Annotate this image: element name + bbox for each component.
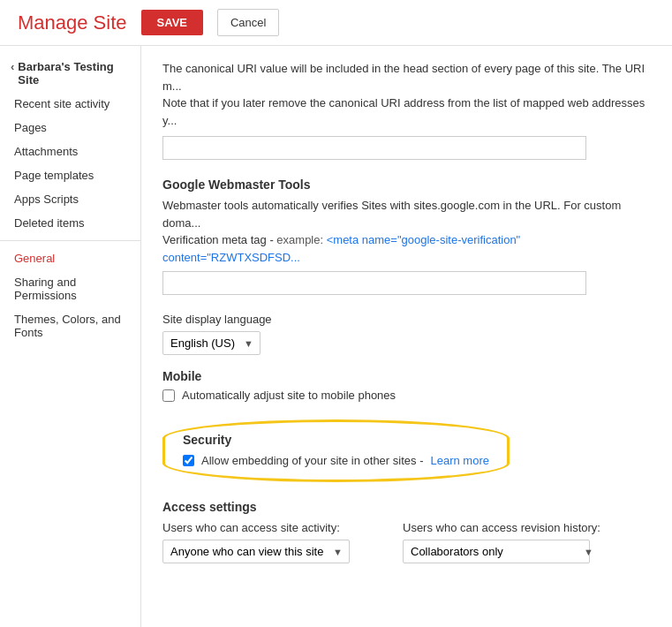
sidebar-item-page-templates[interactable]: Page templates [0,163,140,187]
security-highlight-oval: Security Allow embedding of your site in… [162,419,510,482]
layout: ‹ Barbara's Testing Site Recent site act… [0,46,672,627]
sidebar-back-link[interactable]: ‹ Barbara's Testing Site [0,55,140,92]
canonical-uri-description: The canonical URI value will be included… [162,60,651,129]
security-section: Security Allow embedding of your site in… [162,419,651,482]
verification-meta-input[interactable] [162,271,586,295]
access-row: Users who can access site activity: Anyo… [162,521,651,563]
access-col1-select-wrapper: Anyone who can view this site Collaborat… [162,540,350,563]
webmaster-example-text: example: [276,233,326,246]
webmaster-code-snippet: <meta name="google-site-verification" co… [162,233,520,264]
main-content: The canonical URI value will be included… [141,46,672,627]
header: Manage Site SAVE Cancel [0,0,672,46]
embedding-checkbox-label: Allow embedding of your site in other si… [201,454,423,467]
sidebar-item-recent-activity[interactable]: Recent site activity [0,92,140,116]
cancel-button[interactable]: Cancel [217,9,279,36]
access-col2-label: Users who can access revision history: [403,521,600,534]
embedding-checkbox[interactable] [183,455,194,466]
mobile-checkbox[interactable] [162,389,175,402]
access-col-1: Users who can access site activity: Anyo… [162,521,350,563]
canonical-uri-section: The canonical URI value will be included… [162,60,651,160]
webmaster-tools-description: Webmaster tools automatically verifies S… [162,197,651,266]
sidebar-item-pages[interactable]: Pages [0,116,140,140]
sidebar-item-sharing[interactable]: Sharing and Permissions [0,270,140,307]
sidebar-site-name: Barbara's Testing Site [18,60,130,87]
language-label: Site display language [162,313,651,326]
access-settings-section: Access settings Users who can access sit… [162,500,651,563]
access-col-2: Users who can access revision history: C… [403,521,600,563]
sidebar-item-attachments[interactable]: Attachments [0,140,140,163]
canonical-uri-input[interactable] [162,136,586,160]
security-title: Security [183,433,489,447]
language-select-wrapper: English (US) English (UK) French German … [162,331,260,355]
sidebar-divider [0,240,140,241]
webmaster-tools-title: Google Webmaster Tools [162,178,651,192]
access-col1-label: Users who can access site activity: [162,521,350,534]
sidebar-item-general[interactable]: General [0,246,140,270]
mobile-section: Mobile Automatically adjust site to mobi… [162,369,651,402]
sidebar: ‹ Barbara's Testing Site Recent site act… [0,46,141,627]
mobile-checkbox-text: Automatically adjust site to mobile phon… [182,389,396,402]
access-col1-select[interactable]: Anyone who can view this site Collaborat… [162,540,350,563]
language-select[interactable]: English (US) English (UK) French German … [162,331,260,355]
security-row: Allow embedding of your site in other si… [183,454,489,467]
chevron-left-icon: ‹ [11,60,14,73]
access-col2-select[interactable]: Collaborators only Anyone who can view t… [403,540,590,563]
access-col2-select-wrapper: Collaborators only Anyone who can view t… [403,540,600,563]
access-settings-title: Access settings [162,500,651,514]
mobile-checkbox-label[interactable]: Automatically adjust site to mobile phon… [162,389,651,402]
mobile-title: Mobile [162,369,651,383]
sidebar-item-apps-scripts[interactable]: Apps Scripts [0,187,140,211]
sidebar-item-deleted-items[interactable]: Deleted items [0,211,140,235]
save-button[interactable]: SAVE [141,10,203,35]
page-title: Manage Site [18,11,127,34]
webmaster-tools-section: Google Webmaster Tools Webmaster tools a… [162,178,651,295]
sidebar-item-themes[interactable]: Themes, Colors, and Fonts [0,307,140,344]
learn-more-link[interactable]: Learn more [430,454,488,467]
language-section: Site display language English (US) Engli… [162,313,651,355]
